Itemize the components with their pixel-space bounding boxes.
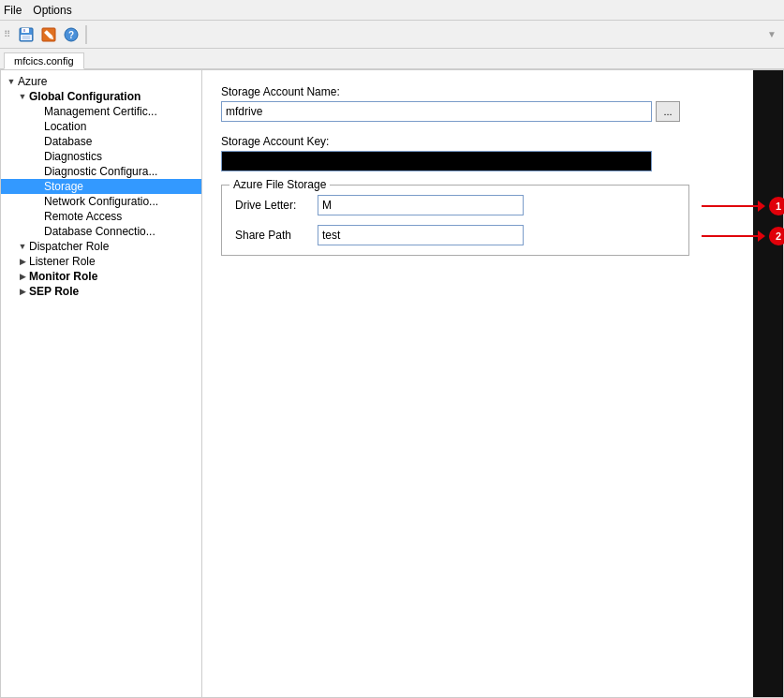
- location-label: Location: [44, 120, 86, 133]
- menu-bar: File Options: [0, 0, 784, 21]
- sidebar-item-azure[interactable]: ▼ Azure: [1, 74, 201, 89]
- sidebar-item-diagnostic-config[interactable]: Diagnostic Configura...: [1, 164, 201, 179]
- storage-account-name-row: ...: [221, 101, 734, 122]
- storage-account-key-label: Storage Account Key:: [221, 135, 734, 148]
- tab-bar: mfcics.config: [0, 49, 784, 69]
- sidebar-item-listener-role[interactable]: ▶ Listener Role: [1, 254, 201, 269]
- svg-rect-4: [22, 36, 30, 39]
- arrow-head-2: [758, 230, 765, 242]
- drive-letter-label: Drive Letter:: [235, 199, 310, 212]
- sidebar-item-global-config[interactable]: ▼ Global Configuration: [1, 89, 201, 104]
- diagnostics-label: Diagnostics: [44, 150, 102, 163]
- azure-label: Azure: [18, 75, 47, 88]
- monitor-arrow: ▶: [16, 272, 29, 281]
- drive-letter-row: Drive Letter: 1: [235, 195, 675, 215]
- sidebar-item-database-connection[interactable]: Database Connectio...: [1, 224, 201, 239]
- help-button[interactable]: ?: [61, 24, 81, 45]
- scroll-indicator: ▼: [767, 29, 777, 39]
- db-connection-label: Database Connectio...: [44, 225, 155, 238]
- content-panel: Storage Account Name: ... Storage Accoun…: [202, 70, 753, 697]
- edit-icon: [41, 27, 56, 42]
- config-tab[interactable]: mfcics.config: [4, 52, 84, 69]
- listener-arrow: ▶: [16, 257, 29, 266]
- annotation-2: 2: [702, 227, 784, 245]
- sidebar: ▼ Azure ▼ Global Configuration Managemen…: [1, 70, 202, 697]
- listener-label: Listener Role: [29, 255, 96, 268]
- tab-label: mfcics.config: [14, 55, 74, 67]
- svg-text:?: ?: [68, 30, 74, 40]
- database-arrow: [31, 137, 44, 146]
- svg-rect-2: [23, 29, 25, 32]
- storage-arrow: [31, 182, 44, 191]
- arrow-line-1: [702, 205, 758, 207]
- toolbar-separator: [85, 25, 87, 44]
- sidebar-item-remote-access[interactable]: Remote Access: [1, 209, 201, 224]
- arrow-line-2: [702, 235, 758, 237]
- network-config-label: Network Configuratio...: [44, 195, 158, 208]
- share-path-input[interactable]: [318, 225, 524, 245]
- sidebar-item-diagnostics[interactable]: Diagnostics: [1, 149, 201, 164]
- diag-config-label: Diagnostic Configura...: [44, 165, 157, 178]
- help-icon: ?: [64, 27, 79, 42]
- azure-arrow: ▼: [5, 77, 18, 86]
- sidebar-item-monitor-role[interactable]: ▶ Monitor Role: [1, 269, 201, 284]
- db-connection-arrow: [31, 227, 44, 236]
- menu-options[interactable]: Options: [33, 4, 71, 17]
- location-arrow: [31, 122, 44, 131]
- main-area: ▼ Azure ▼ Global Configuration Managemen…: [0, 69, 784, 698]
- storage-label: Storage: [44, 180, 83, 193]
- drive-letter-input[interactable]: [318, 195, 524, 215]
- database-label: Database: [44, 135, 92, 148]
- save-icon: [19, 27, 34, 42]
- monitor-label: Monitor Role: [29, 270, 97, 283]
- sidebar-item-storage[interactable]: Storage: [1, 179, 201, 194]
- sep-label: SEP Role: [29, 285, 79, 298]
- save-button[interactable]: [16, 24, 37, 45]
- toolbar: ⠿ ? ▼: [0, 21, 784, 49]
- menu-file[interactable]: File: [4, 4, 22, 17]
- storage-account-name-label: Storage Account Name:: [221, 85, 734, 98]
- azure-file-storage-group: Azure File Storage Drive Letter: 1 Share…: [221, 185, 689, 256]
- remote-access-arrow: [31, 212, 44, 221]
- sidebar-item-network-config[interactable]: Network Configuratio...: [1, 194, 201, 209]
- storage-account-name-group: Storage Account Name: ...: [221, 85, 734, 122]
- storage-account-key-group: Storage Account Key:: [221, 135, 734, 171]
- sep-arrow: ▶: [16, 287, 29, 296]
- share-path-label: Share Path: [235, 229, 310, 242]
- right-panel-black: [753, 70, 783, 697]
- global-config-label: Global Configuration: [29, 90, 141, 103]
- diag-config-arrow: [31, 167, 44, 176]
- mgmt-cert-arrow: [31, 107, 44, 116]
- diagnostics-arrow: [31, 152, 44, 161]
- toolbar-grip: ⠿: [4, 29, 10, 39]
- sidebar-item-database[interactable]: Database: [1, 134, 201, 149]
- sidebar-item-sep-role[interactable]: ▶ SEP Role: [1, 284, 201, 299]
- browse-button[interactable]: ...: [656, 101, 680, 122]
- storage-account-name-input[interactable]: [221, 101, 652, 122]
- storage-account-key-input[interactable]: [221, 151, 652, 171]
- sidebar-item-location[interactable]: Location: [1, 119, 201, 134]
- dispatcher-label: Dispatcher Role: [29, 240, 109, 253]
- edit-button[interactable]: [38, 24, 59, 45]
- annotation-1: 1: [702, 197, 784, 215]
- badge-2: 2: [769, 227, 784, 245]
- storage-account-key-row: [221, 151, 734, 171]
- sidebar-item-management-cert[interactable]: Management Certific...: [1, 104, 201, 119]
- network-config-arrow: [31, 197, 44, 206]
- global-config-arrow: ▼: [16, 92, 29, 101]
- mgmt-cert-label: Management Certific...: [44, 105, 157, 118]
- share-path-row: Share Path 2: [235, 225, 675, 245]
- badge-1: 1: [769, 197, 784, 215]
- sidebar-item-dispatcher-role[interactable]: ▼ Dispatcher Role: [1, 239, 201, 254]
- remote-access-label: Remote Access: [44, 210, 122, 223]
- azure-file-storage-title: Azure File Storage: [229, 178, 330, 191]
- arrow-head-1: [758, 200, 765, 212]
- dispatcher-arrow: ▼: [16, 242, 29, 251]
